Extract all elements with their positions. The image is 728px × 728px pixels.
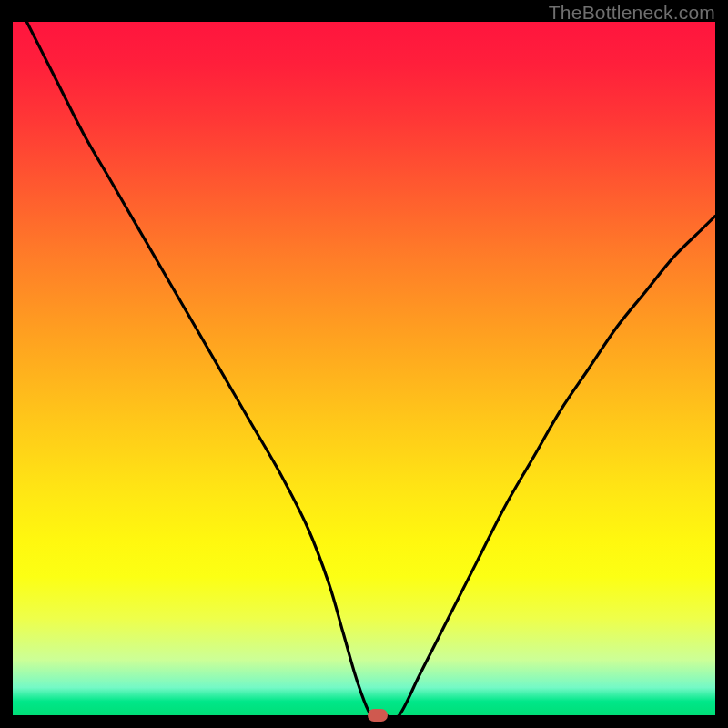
watermark-text: TheBottleneck.com <box>549 2 715 24</box>
bottleneck-curve <box>13 22 715 715</box>
chart-frame: TheBottleneck.com <box>0 0 728 728</box>
minimum-marker <box>368 709 388 722</box>
plot-area <box>13 22 715 715</box>
